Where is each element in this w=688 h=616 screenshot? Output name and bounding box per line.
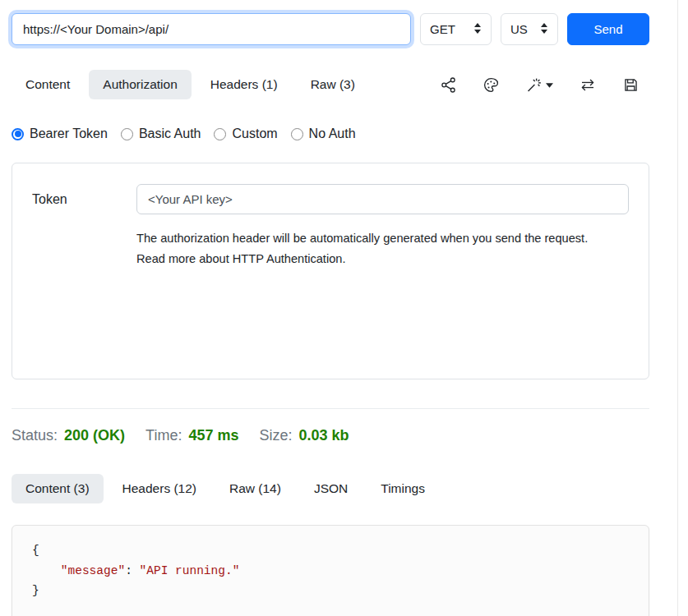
resp-tab-raw[interactable]: Raw (14): [215, 474, 295, 503]
json-line-close: }: [32, 581, 629, 601]
authorization-panel: Token The authorization header will be a…: [12, 163, 649, 379]
radio-no-auth[interactable]: No Auth: [291, 126, 356, 141]
response-body-panel: { "message": "API running." }: [12, 525, 649, 616]
request-bar: GET US Send: [12, 13, 649, 45]
status-label: Status:: [12, 427, 58, 444]
time-pair: Time: 457 ms: [145, 427, 238, 444]
auth-help-text: The authorization header will be automat…: [136, 228, 618, 269]
json-separator: :: [125, 564, 139, 577]
time-label: Time:: [145, 427, 182, 444]
request-tabs: Content Authorization Headers (1) Raw (3…: [12, 70, 369, 99]
url-input[interactable]: [12, 13, 411, 45]
palette-icon[interactable]: [483, 76, 500, 94]
share-icon[interactable]: [440, 76, 457, 94]
page-column-divider: [677, 0, 678, 616]
method-value: GET: [430, 22, 455, 36]
tab-content[interactable]: Content: [12, 70, 84, 99]
tab-authorization[interactable]: Authorization: [89, 70, 191, 99]
region-value: US: [510, 22, 528, 36]
token-input[interactable]: [136, 184, 629, 214]
tab-raw[interactable]: Raw (3): [297, 70, 369, 99]
json-line-open: {: [32, 540, 629, 561]
region-select[interactable]: US: [501, 13, 558, 45]
resp-tab-timings[interactable]: Timings: [367, 474, 439, 503]
toolbar-icons: [440, 76, 649, 94]
size-pair: Size: 0.03 kb: [259, 427, 349, 444]
save-icon[interactable]: [622, 76, 640, 94]
send-button[interactable]: Send: [567, 13, 649, 45]
radio-unselected-icon: [291, 128, 303, 140]
up-down-arrows-icon: [473, 22, 482, 37]
size-label: Size:: [259, 427, 292, 444]
api-client-panel: GET US Send Content Authorization: [12, 13, 649, 616]
size-value: 0.03 kb: [299, 427, 349, 444]
radio-unselected-icon: [121, 128, 133, 140]
swap-arrows-icon[interactable]: [579, 76, 597, 94]
json-value: "API running.": [140, 564, 240, 577]
radio-selected-icon: [12, 128, 24, 140]
status-pair: Status: 200 (OK): [12, 427, 125, 444]
radio-basic-auth[interactable]: Basic Auth: [121, 126, 201, 141]
caret-down-icon: [546, 81, 553, 89]
tab-headers[interactable]: Headers (1): [196, 70, 292, 99]
auth-type-options: Bearer Token Basic Auth Custom No Auth: [12, 126, 649, 141]
response-status-row: Status: 200 (OK) Time: 457 ms Size: 0.03…: [12, 427, 649, 444]
resp-tab-json[interactable]: JSON: [300, 474, 362, 503]
status-value: 200 (OK): [64, 427, 125, 444]
token-label: Token: [32, 192, 136, 207]
section-divider: [12, 408, 649, 409]
request-tabs-row: Content Authorization Headers (1) Raw (3…: [12, 70, 649, 99]
resp-tab-content[interactable]: Content (3): [12, 474, 104, 503]
resp-tab-headers[interactable]: Headers (12): [109, 474, 210, 503]
up-down-arrows-icon: [540, 22, 548, 37]
response-tabs: Content (3) Headers (12) Raw (14) JSON T…: [12, 474, 649, 503]
radio-custom[interactable]: Custom: [214, 126, 277, 141]
method-select[interactable]: GET: [420, 13, 492, 45]
token-row: Token: [32, 184, 629, 214]
time-value: 457 ms: [188, 427, 238, 444]
magic-wand-icon[interactable]: [525, 76, 553, 94]
json-line-message: "message": "API running.": [32, 561, 629, 582]
radio-bearer-token[interactable]: Bearer Token: [12, 126, 108, 141]
radio-unselected-icon: [214, 128, 226, 140]
json-key: "message": [61, 564, 125, 577]
